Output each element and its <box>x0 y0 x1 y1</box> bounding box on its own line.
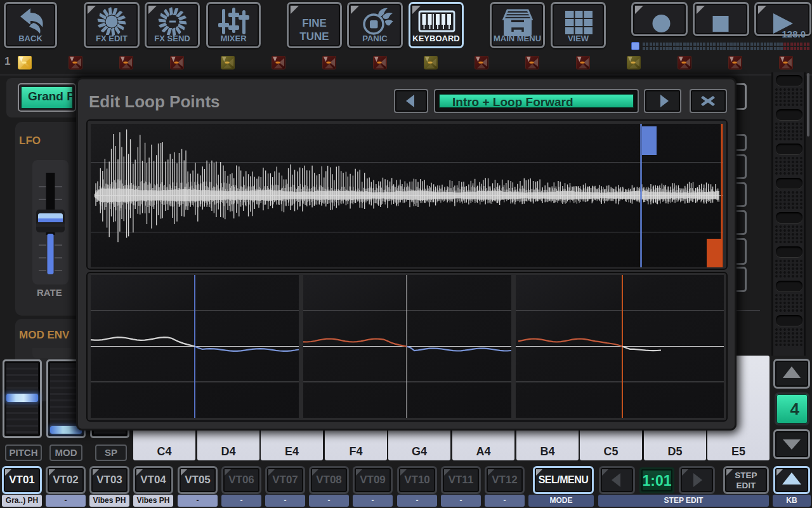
svg-text:128.0: 128.0 <box>782 29 806 38</box>
